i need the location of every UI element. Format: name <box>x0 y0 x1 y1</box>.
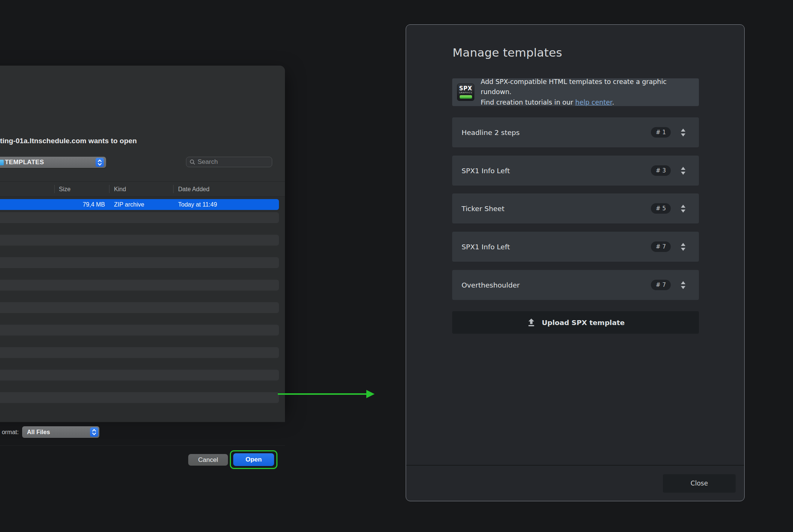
info-line1: Add SPX-compatible HTML templates to cre… <box>481 78 667 96</box>
info-line2-suffix: . <box>612 99 614 106</box>
empty-row <box>0 392 279 403</box>
cancel-button[interactable]: Cancel <box>188 454 228 466</box>
empty-row <box>0 347 279 358</box>
format-label: ormat: <box>0 429 19 436</box>
upload-icon <box>526 318 536 327</box>
upload-button-label: Upload SPX template <box>542 319 625 327</box>
page-title: Manage templates <box>453 46 562 59</box>
reorder-handle-icon[interactable] <box>681 243 685 251</box>
reorder-handle-icon[interactable] <box>681 281 685 289</box>
template-order-badge: # 7 <box>651 241 671 252</box>
empty-row <box>0 235 279 246</box>
template-order-badge: # 1 <box>651 127 671 138</box>
manage-templates-panel: Manage templates SPX GRAPHICS Add SPX-co… <box>406 24 745 501</box>
open-button-highlight <box>230 450 277 469</box>
chevron-updown-icon[interactable] <box>96 158 104 167</box>
location-dropdown[interactable]: TEMPLATES <box>0 157 106 168</box>
search-placeholder: Search <box>198 158 218 166</box>
empty-row <box>0 212 279 223</box>
file-size: 79,4 MB <box>56 199 105 210</box>
selected-file-row[interactable]: 79,4 MB ZIP archive Today at 11:49 <box>0 199 279 210</box>
empty-row <box>0 325 279 336</box>
template-row[interactable]: SPX1 Info Left # 3 <box>452 156 699 186</box>
format-dropdown-value: All Files <box>27 426 50 438</box>
template-name: Overtheshoulder <box>462 281 651 289</box>
column-header-kind[interactable]: Kind <box>114 182 126 196</box>
divider <box>0 422 285 422</box>
template-order-badge: # 5 <box>651 203 671 214</box>
column-divider <box>109 185 109 193</box>
help-center-link[interactable]: help center <box>575 99 612 106</box>
file-kind: ZIP archive <box>114 199 144 210</box>
reorder-handle-icon[interactable] <box>681 167 685 175</box>
column-divider <box>173 185 174 193</box>
format-dropdown[interactable]: All Files <box>22 426 99 438</box>
column-header-date-added[interactable]: Date Added <box>178 182 210 196</box>
close-button[interactable]: Close <box>663 474 736 493</box>
spx-logo-sub: GRAPHICS <box>459 91 472 94</box>
reorder-handle-icon[interactable] <box>681 129 685 136</box>
info-text: Add SPX-compatible HTML templates to cre… <box>481 77 699 108</box>
divider <box>0 445 285 446</box>
empty-row <box>0 370 279 381</box>
spx-logo-green-bar <box>460 95 472 99</box>
location-dropdown-value: TEMPLATES <box>5 157 44 168</box>
empty-row <box>0 280 279 291</box>
info-banner: SPX GRAPHICS Add SPX-compatible HTML tem… <box>452 78 699 106</box>
template-row[interactable]: Ticker Sheet # 5 <box>452 193 699 223</box>
template-name: SPX1 Info Left <box>462 243 651 251</box>
dialog-title: ting-01a.ltnschedule.com wants to open <box>0 137 137 145</box>
empty-row <box>0 257 279 268</box>
search-icon <box>189 159 195 165</box>
column-divider <box>54 185 55 193</box>
footer-divider <box>406 465 744 466</box>
template-name: SPX1 Info Left <box>462 167 651 175</box>
annotation-arrow-line <box>278 393 367 395</box>
template-row[interactable]: Overtheshoulder # 7 <box>452 270 699 300</box>
empty-row <box>0 302 279 313</box>
spx-graphics-logo: SPX GRAPHICS <box>457 84 474 101</box>
file-date-added: Today at 11:49 <box>178 199 217 210</box>
upload-spx-template-button[interactable]: Upload SPX template <box>452 311 699 334</box>
file-list: 79,4 MB ZIP archive Today at 11:49 <box>0 197 285 422</box>
template-name: Ticker Sheet <box>462 205 651 213</box>
info-line2-prefix: Find creation tutorials in our <box>481 99 575 106</box>
search-input[interactable]: Search <box>186 157 272 167</box>
template-order-badge: # 7 <box>651 280 671 290</box>
template-row[interactable]: SPX1 Info Left # 7 <box>452 232 699 262</box>
template-order-badge: # 3 <box>651 165 671 176</box>
spx-logo-word: SPX <box>459 86 472 91</box>
reorder-handle-icon[interactable] <box>681 205 685 213</box>
annotation-arrow-head-icon <box>366 390 375 398</box>
column-header-size[interactable]: Size <box>59 182 70 196</box>
folder-icon <box>0 160 4 165</box>
template-row[interactable]: Headline 2 steps # 1 <box>452 117 699 147</box>
chevron-updown-icon[interactable] <box>90 427 98 437</box>
macos-open-dialog: ting-01a.ltnschedule.com wants to open T… <box>0 66 285 410</box>
divider <box>0 181 285 182</box>
template-name: Headline 2 steps <box>462 129 651 136</box>
